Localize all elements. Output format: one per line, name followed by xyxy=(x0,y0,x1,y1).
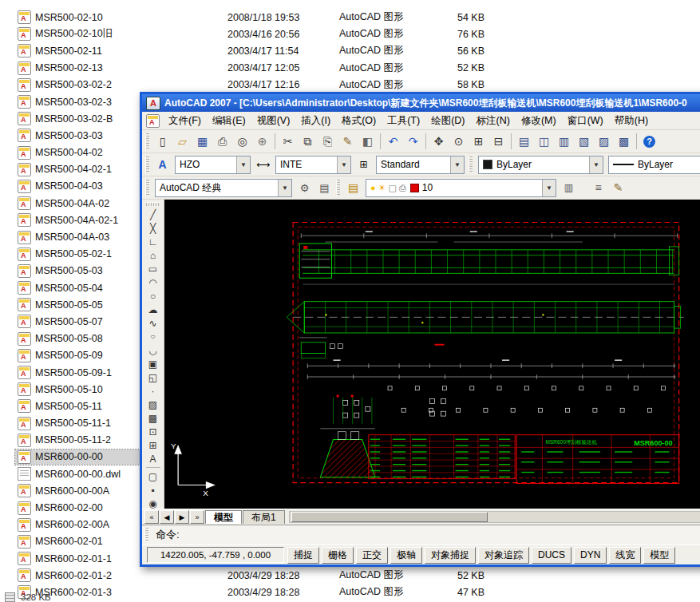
file-row[interactable]: MSR500-02-132003/4/17 12:05AutoCAD 图形52 … xyxy=(0,60,700,77)
menu-item[interactable]: 修改(M) xyxy=(516,113,562,129)
toolbar-grip[interactable] xyxy=(469,156,473,172)
new-button[interactable]: ▯ xyxy=(152,132,172,152)
arc-button[interactable]: ◠ xyxy=(144,275,162,289)
last-tab-button[interactable]: » xyxy=(190,510,204,524)
file-name-cell[interactable]: MSR500-03-02-2 xyxy=(15,77,144,93)
title-bar[interactable]: A AutoCAD 2007 - [C:\Users\Administrator… xyxy=(142,94,700,112)
point-button[interactable]: ∙ xyxy=(144,384,162,398)
file-name-cell[interactable]: MSR500-05-05 xyxy=(15,297,144,312)
file-name-cell[interactable]: MSR500-02-13 xyxy=(15,61,144,76)
pan-button[interactable]: ✥ xyxy=(429,132,449,152)
block-editor-button[interactable]: ◧ xyxy=(358,132,378,152)
file-name-cell[interactable]: MSR500-05-08 xyxy=(15,331,144,347)
file-name-cell[interactable]: MSR500-04-03 xyxy=(15,179,144,194)
file-name-cell[interactable]: MSR600-02-00A xyxy=(15,517,144,533)
spline-button[interactable]: ∿ xyxy=(144,316,162,330)
menu-item[interactable]: 帮助(H) xyxy=(609,113,654,129)
revision-cloud-button[interactable]: ☁ xyxy=(144,303,162,316)
lineweight-toggle[interactable]: 线宽 xyxy=(609,547,641,564)
save-workspace-button[interactable]: ⚙ xyxy=(295,178,314,198)
open-button[interactable]: ▱ xyxy=(172,132,192,152)
file-row[interactable]: MSR600-02-01-32003/4/29 18:28AutoCAD 图形4… xyxy=(0,584,700,600)
file-name-cell[interactable]: MSR600-00-00 xyxy=(15,450,144,465)
publish-button[interactable]: ⊕ xyxy=(252,132,272,152)
multiline-text-button[interactable]: A xyxy=(144,452,162,465)
dim-style-select[interactable]: INTE ▼ xyxy=(275,156,351,174)
region-button[interactable]: ⊡ xyxy=(144,425,162,438)
menu-item[interactable]: 视图(V) xyxy=(251,113,296,129)
toolbar-grip[interactable] xyxy=(146,202,160,206)
plot-preview-button[interactable]: ◎ xyxy=(232,132,252,152)
table-style-select[interactable]: Standard ▼ xyxy=(376,156,465,174)
undo-button[interactable]: ↶ xyxy=(383,132,403,152)
toolbar-grip[interactable] xyxy=(336,180,340,196)
designcenter-button[interactable]: ◫ xyxy=(534,132,554,152)
ellipse-arc-button[interactable]: ◡ xyxy=(144,343,162,357)
zoom-realtime-button[interactable]: ⊙ xyxy=(449,132,469,152)
hatch-button[interactable]: ▨ xyxy=(144,398,162,411)
menu-item[interactable]: 窗口(W) xyxy=(562,113,609,129)
file-row[interactable]: MSR500-02-102008/1/18 19:53AutoCAD 图形54 … xyxy=(0,9,700,26)
paste-button[interactable]: ⎘ xyxy=(318,132,338,152)
file-name-cell[interactable]: MSR600-00-00.dwl xyxy=(15,466,144,481)
markup-set-manager-button[interactable]: ▨ xyxy=(594,132,614,152)
workspace-select[interactable]: AutoCAD 经典 ▼ xyxy=(155,179,292,197)
file-name-cell[interactable]: MSR500-05-04 xyxy=(15,280,144,295)
grid-toggle[interactable]: 栅格 xyxy=(322,547,354,564)
file-name-cell[interactable]: MSR600-02-01-2 xyxy=(15,568,144,583)
linetype-select[interactable]: ByLayer ▼ xyxy=(608,156,700,174)
color-select[interactable]: ByLayer ▼ xyxy=(478,156,603,174)
file-name-cell[interactable]: MSR600-02-01-1 xyxy=(15,551,144,566)
tab-model[interactable]: 模型 xyxy=(205,510,242,524)
file-name-cell[interactable]: MSR600-02-00 xyxy=(15,501,144,516)
tool-palettes-button[interactable]: ▥ xyxy=(554,132,574,152)
quickcalc-button[interactable]: ▩ xyxy=(614,132,634,152)
file-row[interactable]: MSR500-03-02-22003/4/17 12:16AutoCAD 图形5… xyxy=(0,77,700,93)
match-properties-button[interactable]: ✎ xyxy=(338,132,358,152)
zoom-previous-button[interactable]: ⊟ xyxy=(488,132,508,152)
horizontal-scrollbar[interactable] xyxy=(289,511,700,523)
file-name-cell[interactable]: MSR500-05-11-1 xyxy=(15,416,144,431)
layer-states-button[interactable]: ▥ xyxy=(559,178,579,198)
rectangle-button[interactable]: ▭ xyxy=(144,262,162,275)
drawing-window-icon[interactable] xyxy=(146,114,160,128)
file-name-cell[interactable]: MSR500-02-11 xyxy=(15,43,144,58)
menu-item[interactable]: 编辑(E) xyxy=(207,113,251,129)
plot-button[interactable]: ⎙ xyxy=(212,132,232,152)
text-style-manager-button[interactable]: A xyxy=(152,155,172,175)
sheet-set-manager-button[interactable]: ▧ xyxy=(574,132,594,152)
file-name-cell[interactable]: MSR500-04-02-1 xyxy=(15,162,144,177)
file-name-cell[interactable]: MSR500-04-02 xyxy=(15,145,144,160)
wipeout-button[interactable]: ▢ xyxy=(144,469,162,483)
menu-item[interactable]: 绘图(D) xyxy=(425,113,470,129)
file-name-cell[interactable]: MSR500-04A-02 xyxy=(15,196,144,211)
make-block-button[interactable]: ◱ xyxy=(144,370,162,384)
gradient-button[interactable]: ▩ xyxy=(144,411,162,425)
file-name-cell[interactable]: MSR600-02-01 xyxy=(15,534,144,549)
file-name-cell[interactable]: MSR500-03-03 xyxy=(15,128,144,143)
menu-item[interactable]: 格式(O) xyxy=(336,113,382,129)
snap-toggle[interactable]: 捕捉 xyxy=(287,547,319,564)
tab-layout1[interactable]: 布局1 xyxy=(243,510,285,524)
ellipse-button[interactable]: ○ xyxy=(144,330,162,343)
workspace-settings-button[interactable]: ▤ xyxy=(314,178,334,198)
file-name-cell[interactable]: MSR500-05-07 xyxy=(15,314,144,329)
toolbar-grip[interactable] xyxy=(145,156,149,172)
command-grip[interactable] xyxy=(144,528,148,542)
layer-select[interactable]: ● ☀ ▢ ⎙ 10 ▼ xyxy=(366,179,556,197)
boundary-button[interactable]: ▪ xyxy=(144,483,162,497)
layer-properties-button[interactable]: ▤ xyxy=(343,178,363,198)
help-button[interactable]: ? xyxy=(639,132,659,152)
file-name-cell[interactable]: MSR500-04A-03 xyxy=(15,230,144,245)
copy-button[interactable]: ⧉ xyxy=(298,132,318,152)
file-row[interactable]: MSR500-02-112003/4/17 11:54AutoCAD 图形56 … xyxy=(0,42,700,59)
command-window[interactable]: 命令: xyxy=(142,525,700,545)
zoom-window-button[interactable]: ⊞ xyxy=(469,132,488,152)
toolbar-grip[interactable] xyxy=(145,180,149,196)
layer-previous-button[interactable]: ✎ xyxy=(608,178,628,198)
file-name-cell[interactable]: MSR500-05-03 xyxy=(15,263,144,279)
first-tab-button[interactable]: « xyxy=(144,510,159,524)
file-name-cell[interactable]: MSR500-05-10 xyxy=(15,382,144,397)
polygon-button[interactable]: ⌂ xyxy=(144,248,162,262)
save-button[interactable]: ▦ xyxy=(192,132,212,152)
